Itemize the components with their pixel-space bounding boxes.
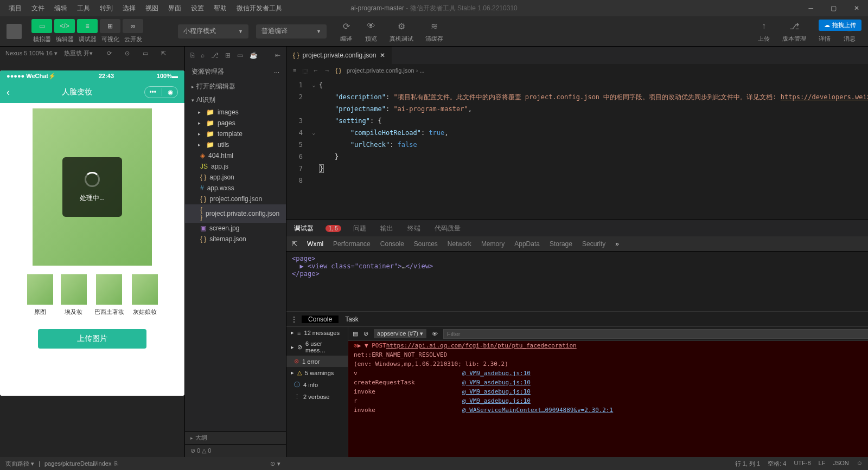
code-content[interactable]: { "description": "项目私有配置文件。此文件中的内容将覆盖 pr…: [319, 77, 868, 220]
lang-mode[interactable]: JSON: [833, 460, 848, 468]
side-user[interactable]: ▸⊘6 user mess…: [286, 338, 348, 356]
devtab-wxml[interactable]: Wxml: [307, 240, 323, 248]
cloud-toggle[interactable]: ∞: [123, 19, 143, 33]
file-appwxss[interactable]: #app.wxss: [185, 183, 286, 194]
compile-dropdown[interactable]: 普通编译▼: [256, 24, 327, 38]
elements-tree[interactable]: <page> ▶ <view class="container">…</view…: [286, 252, 868, 311]
tab-terminal[interactable]: 终端: [405, 224, 423, 233]
collapse-icon[interactable]: ⇤: [275, 51, 280, 59]
file-404[interactable]: ◈404.html: [185, 150, 286, 161]
close-button[interactable]: ✕: [850, 3, 864, 13]
maximize-button[interactable]: ▢: [826, 3, 841, 13]
menu-edit[interactable]: 编辑: [50, 2, 72, 15]
search-icon[interactable]: ⌕: [201, 51, 205, 59]
phone-icon[interactable]: ▭: [143, 50, 148, 57]
encoding[interactable]: UTF-8: [794, 460, 810, 468]
page-path[interactable]: pages/pictureDetail/index: [44, 460, 112, 467]
branch-icon[interactable]: ⎇: [211, 51, 219, 59]
console-log[interactable]: ⊗ ▶ ▼ POST https://api.ai.qq.com/fcgi-bi…: [348, 341, 868, 457]
device-selector[interactable]: Nexus 5 100% 16 ▾: [5, 50, 58, 57]
side-errors[interactable]: ⊗1 error: [286, 356, 348, 367]
refresh-icon[interactable]: ⟳: [107, 50, 112, 57]
eol[interactable]: LF: [819, 460, 826, 468]
editor-toggle[interactable]: </>: [54, 19, 75, 33]
thumb-cinderella[interactable]: 灰姑娘妆: [132, 274, 158, 316]
page-path-label[interactable]: 页面路径 ▾: [5, 460, 34, 468]
folder-template[interactable]: ▸📁template: [185, 128, 286, 139]
capsule-menu-icon[interactable]: •••: [149, 88, 156, 96]
version-button[interactable]: ⎇: [788, 20, 801, 33]
thumb-original[interactable]: 原图: [27, 274, 53, 316]
devtab-sources[interactable]: Sources: [414, 240, 438, 248]
ext-icon[interactable]: ⊞: [225, 51, 231, 59]
devtab-memory[interactable]: Memory: [481, 240, 505, 248]
file-projectconfig[interactable]: { }project.config.json: [185, 194, 286, 204]
ext2-icon[interactable]: ▭: [237, 51, 243, 59]
tab-debugger[interactable]: 调试器: [292, 224, 316, 233]
remote-debug-button[interactable]: ⚙: [395, 20, 408, 33]
thumb-egypt[interactable]: 埃及妆: [61, 274, 87, 316]
tab-console[interactable]: Console: [302, 316, 339, 323]
simulator-toggle[interactable]: ▭: [31, 19, 52, 33]
menu-tools[interactable]: 工具: [73, 2, 94, 15]
visual-toggle[interactable]: ⊞: [100, 19, 120, 33]
feedback-icon[interactable]: ☺: [857, 460, 863, 468]
tab-quality[interactable]: 代码质量: [432, 224, 463, 233]
capsule-close-icon[interactable]: ◉: [168, 88, 173, 96]
devtab-security[interactable]: Security: [582, 240, 605, 248]
eye-icon[interactable]: 👁: [432, 331, 438, 337]
side-messages[interactable]: ▸≡12 messages: [286, 327, 348, 338]
menu-goto[interactable]: 转到: [95, 2, 117, 15]
record-icon[interactable]: ⊙: [125, 50, 130, 57]
folder-pages[interactable]: ▸📁pages: [185, 118, 286, 128]
tab-output[interactable]: 输出: [378, 224, 395, 233]
preview-button[interactable]: 👁: [365, 20, 378, 33]
clear-console-icon[interactable]: ⊘: [363, 330, 368, 337]
side-verbose[interactable]: ⋮2 verbose: [286, 391, 348, 402]
file-appjson[interactable]: { }app.json: [185, 172, 286, 183]
devtab-console[interactable]: Console: [380, 240, 404, 248]
nav-back-icon[interactable]: ←: [313, 67, 319, 74]
close-tab-icon[interactable]: ✕: [380, 51, 385, 59]
folder-utils[interactable]: ▸📁utils: [185, 139, 286, 150]
minimize-button[interactable]: ─: [804, 3, 818, 13]
upload-button[interactable]: ↑: [757, 20, 770, 33]
hot-reload-toggle[interactable]: 热重载 开▾: [64, 49, 93, 57]
menu-file[interactable]: 文件: [27, 2, 49, 15]
open-editors-section[interactable]: ▸打开的编辑器: [185, 80, 286, 93]
list-icon[interactable]: ≡: [293, 67, 296, 74]
back-icon[interactable]: ‹: [7, 87, 10, 98]
context-dropdown[interactable]: appservice (#7) ▾: [374, 329, 426, 338]
project-section[interactable]: ▾AI识别: [185, 93, 286, 107]
copy-path-icon[interactable]: ⎘: [114, 460, 118, 467]
upload-image-button[interactable]: 上传图片: [38, 329, 146, 349]
user-avatar[interactable]: [7, 24, 22, 39]
drag-upload-badge[interactable]: ☁拖拽上传: [819, 20, 861, 31]
outline-section[interactable]: ▸大纲: [185, 431, 286, 444]
editor-tab-active[interactable]: { } project.private.config.json ✕: [286, 47, 391, 64]
compile-button[interactable]: ⟳: [340, 20, 353, 33]
folder-images[interactable]: ▸📁images: [185, 107, 286, 118]
tab-task[interactable]: Task: [339, 316, 365, 323]
debugger-toggle[interactable]: ≡: [77, 19, 98, 33]
menu-select[interactable]: 选择: [118, 2, 140, 15]
cursor-pos[interactable]: 行 1, 列 1: [735, 460, 760, 468]
drawer-menu-icon[interactable]: ⋮: [286, 316, 302, 323]
bookmark-icon[interactable]: ⬚: [302, 67, 308, 74]
side-info[interactable]: ⓘ4 info: [286, 378, 348, 391]
inspect-icon[interactable]: ⇱: [292, 240, 297, 248]
mode-dropdown[interactable]: 小程序模式▼: [178, 24, 248, 38]
thumb-brazil[interactable]: 巴西土著妆: [94, 274, 124, 316]
files-icon[interactable]: ⎘: [190, 51, 194, 59]
breadcrumb[interactable]: project.private.config.json › ...: [347, 67, 425, 74]
more-devtabs-icon[interactable]: »: [615, 240, 619, 248]
menu-view[interactable]: 视图: [141, 2, 163, 15]
devtab-network[interactable]: Network: [448, 240, 471, 248]
tab-problems[interactable]: 问题: [351, 224, 368, 233]
beaker-icon[interactable]: ☕: [250, 51, 258, 59]
menu-interface[interactable]: 界面: [164, 2, 186, 15]
console-filter-input[interactable]: [443, 329, 868, 339]
devtab-perf[interactable]: Performance: [333, 240, 371, 248]
fold-gutter[interactable]: ⌄⌄: [308, 77, 319, 220]
more-icon[interactable]: ···: [274, 68, 279, 76]
